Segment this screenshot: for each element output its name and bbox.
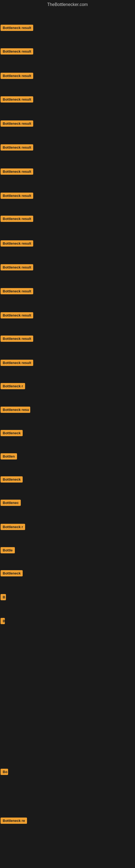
bottleneck-item: Bottleneck r [1,383,25,390]
site-title: TheBottlenecker.com [0,0,135,9]
bottleneck-item: Bottleneck result [1,96,33,104]
bottleneck-item: Bottleneck result [1,25,33,32]
bottleneck-badge: Bottleneck result [1,144,33,151]
bottleneck-badge: Bottleneck [1,476,23,483]
bottleneck-item: Bottleneck result [1,312,33,319]
bottleneck-item: Bottleneck r [1,524,25,531]
bottleneck-item: Bottleneck result [1,336,33,343]
bottleneck-item: Bottleneck result [1,360,33,367]
bottleneck-item: Bottleneck result [1,288,33,296]
bottleneck-badge: Bottleneck [1,570,23,577]
bottleneck-badge: Bottleneck [1,430,23,436]
bottleneck-badge: Bottleneck result [1,73,33,79]
bottleneck-badge: Bottleneck result [1,312,33,318]
bottleneck-item: Bottleneck result [1,240,33,248]
bottleneck-badge: Bottleneck result [1,168,33,175]
bottleneck-item: Bottleneck result [1,120,33,128]
bottleneck-badge: Bottleneck result [1,288,33,294]
bottleneck-item: Bottleneck result [1,193,33,200]
bottleneck-item: Bottlen [1,453,17,461]
bottleneck-badge: Bottleneck result [1,240,33,247]
bottleneck-badge: Bottleneck result [1,336,33,342]
bottleneck-badge: Bottleneck r [1,383,25,389]
bottleneck-badge: B [1,594,6,600]
bottleneck-item: Bottleneck resu [1,407,30,414]
bottleneck-item: B [1,618,5,625]
bottleneck-badge: Bottlenec [1,500,21,506]
bottleneck-badge: Bottleneck re [1,817,27,824]
bottleneck-item: Bo [1,769,8,776]
bottleneck-item: Bottleneck [1,476,23,484]
bottleneck-badge: Bottleneck result [1,25,33,31]
bottleneck-item: Bottleneck result [1,168,33,176]
bottleneck-item: B [1,594,6,601]
bottleneck-item: Bottleneck re [1,817,27,825]
bottleneck-item: Bottleneck result [1,264,33,272]
bottleneck-item: Bottleneck [1,570,23,578]
bottleneck-badge: B [1,618,5,624]
bottleneck-item: Bottleneck result [1,144,33,152]
bottleneck-item: Bottleneck [1,430,23,437]
bottleneck-item: Bottleneck result [1,73,33,80]
bottleneck-badge: Bottleneck r [1,524,25,530]
bottleneck-item: Bottleneck result [1,216,33,223]
bottleneck-badge: Bottleneck resu [1,407,30,413]
bottleneck-badge: Bottleneck result [1,120,33,127]
bottleneck-badge: Bottleneck result [1,96,33,102]
bottleneck-item: Bottle [1,547,15,554]
bottleneck-badge: Bottleneck result [1,48,33,55]
bottleneck-badge: Bottleneck result [1,360,33,366]
bottleneck-badge: Bottleneck result [1,216,33,222]
bottleneck-badge: Bottleneck result [1,264,33,271]
bottleneck-badge: Bottlen [1,453,17,460]
bottleneck-item: Bottleneck result [1,48,33,56]
bottleneck-badge: Bottleneck result [1,193,33,199]
bottleneck-item: Bottlenec [1,500,21,507]
bottleneck-badge: Bottle [1,547,15,553]
bottleneck-badge: Bo [1,769,8,775]
